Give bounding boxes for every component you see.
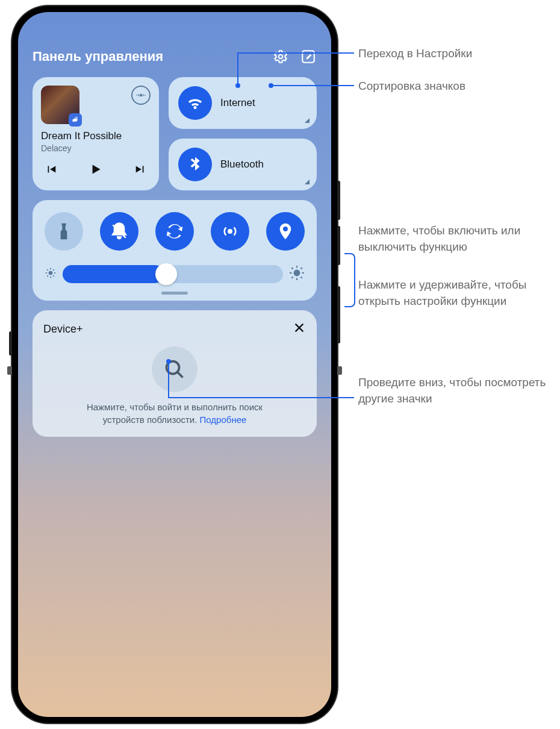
- brightness-high-icon: [289, 265, 305, 283]
- svg-line-16: [47, 275, 48, 277]
- volume-down-button: [337, 226, 340, 265]
- music-app-icon: [69, 113, 82, 127]
- track-title: Dream It Possible: [41, 130, 151, 142]
- svg-line-15: [53, 269, 54, 271]
- audio-output-icon[interactable]: [131, 86, 151, 105]
- mute-toggle[interactable]: [100, 212, 138, 251]
- volume-up-button: [337, 181, 340, 220]
- svg-line-14: [53, 275, 54, 277]
- bluetooth-icon: [178, 148, 212, 181]
- discover-devices-button[interactable]: [152, 346, 198, 392]
- brightness-slider-row: [42, 265, 307, 283]
- close-button[interactable]: [293, 321, 306, 337]
- callout-sort: Сортировка значков: [358, 78, 557, 95]
- wifi-icon: [178, 86, 212, 120]
- expand-handle[interactable]: [161, 292, 188, 295]
- learn-more-link[interactable]: Подробнее: [200, 415, 247, 425]
- svg-point-7: [228, 229, 232, 234]
- svg-rect-3: [138, 95, 140, 96]
- wifi-tile[interactable]: Internet: [169, 77, 317, 129]
- svg-rect-6: [145, 95, 146, 96]
- svg-line-24: [301, 268, 302, 269]
- callout-tap: Нажмите, чтобы включить или выключить фу…: [358, 223, 557, 255]
- svg-point-28: [167, 361, 179, 374]
- media-player-card: Dream It Possible Delacey: [33, 77, 159, 190]
- prev-track-button[interactable]: [45, 163, 58, 178]
- device-plus-message: Нажмите, чтобы войти и выполнить поиск у…: [43, 401, 306, 426]
- svg-point-17: [294, 270, 300, 277]
- bluetooth-label: Bluetooth: [220, 158, 264, 171]
- edit-icon[interactable]: [300, 48, 317, 65]
- power-button: [337, 286, 340, 343]
- wifi-label: Internet: [220, 97, 255, 109]
- device-plus-title: Device+: [43, 323, 83, 336]
- hinge: [337, 366, 342, 375]
- expand-icon: [305, 180, 310, 184]
- svg-line-29: [178, 372, 183, 378]
- svg-line-23: [301, 277, 302, 278]
- phone-frame: Панель управления: [12, 6, 337, 723]
- slider-fill: [63, 265, 164, 283]
- svg-line-22: [291, 268, 293, 269]
- svg-rect-4: [143, 95, 144, 96]
- settings-icon[interactable]: [272, 48, 289, 65]
- svg-line-13: [47, 269, 48, 271]
- play-button[interactable]: [88, 161, 104, 180]
- phone-screen: Панель управления: [18, 12, 331, 717]
- callout-bracket: [344, 253, 355, 307]
- location-toggle[interactable]: [266, 212, 305, 251]
- brightness-slider[interactable]: [63, 265, 283, 283]
- svg-rect-5: [137, 95, 138, 96]
- callout-swipe: Проведите вниз, чтобы посмотреть другие …: [358, 375, 557, 407]
- album-art: [41, 86, 79, 124]
- side-button: [9, 331, 12, 355]
- page-title: Панель управления: [33, 49, 261, 64]
- hotspot-toggle[interactable]: [211, 212, 249, 251]
- expand-icon: [305, 118, 310, 123]
- next-track-button[interactable]: [134, 163, 147, 178]
- callout-settings: Переход в Настройки: [358, 46, 557, 62]
- device-plus-card: Device+ Нажмите, чтобы войти и выполнить…: [33, 310, 317, 437]
- callout-hold: Нажмите и удерживайте, чтобы открыть нас…: [358, 277, 557, 309]
- hinge: [7, 366, 12, 375]
- brightness-low-icon: [45, 267, 57, 281]
- svg-line-25: [291, 277, 293, 278]
- flashlight-toggle[interactable]: [45, 212, 83, 251]
- slider-thumb[interactable]: [155, 263, 177, 285]
- quick-toggles-card: [33, 200, 317, 301]
- control-panel-header: Панель управления: [18, 12, 331, 77]
- track-artist: Delacey: [41, 143, 151, 153]
- bluetooth-tile[interactable]: Bluetooth: [169, 139, 317, 190]
- autorotate-toggle[interactable]: [155, 212, 194, 251]
- svg-point-0: [279, 55, 283, 59]
- svg-point-2: [140, 94, 143, 97]
- svg-point-8: [49, 271, 53, 275]
